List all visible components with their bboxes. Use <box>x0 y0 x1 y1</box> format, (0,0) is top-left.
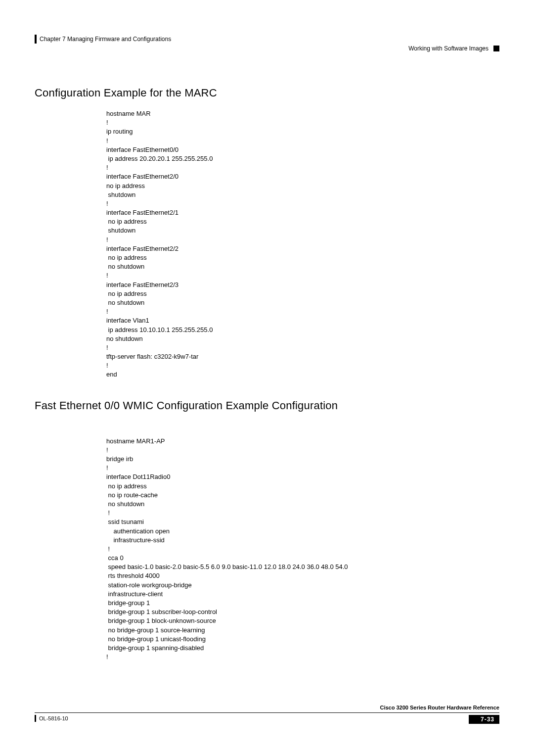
page-number: 7-33 <box>476 715 499 724</box>
footer-bar-icon <box>35 715 36 722</box>
header-bar-icon <box>35 35 37 44</box>
footer-doc-id: OL-5816-10 <box>39 715 68 721</box>
page-header: Chapter 7 Managing Firmware and Configur… <box>35 35 499 44</box>
section-heading-marc: Configuration Example for the MARC <box>35 87 499 99</box>
config-block-marc: hostname MAR ! ip routing ! interface Fa… <box>106 109 499 379</box>
chapter-label: Chapter 7 Managing Firmware and Configur… <box>40 36 171 43</box>
config-block-wmic: hostname MAR1-AP ! bridge irb ! interfac… <box>106 437 499 662</box>
footer-reference: Cisco 3200 Series Router Hardware Refere… <box>35 705 499 710</box>
page-footer: Cisco 3200 Series Router Hardware Refere… <box>35 705 499 724</box>
footer-square-icon <box>469 715 476 724</box>
section-heading-wmic: Fast Ethernet 0/0 WMIC Configuration Exa… <box>35 399 499 412</box>
main-content: Configuration Example for the MARC hostn… <box>35 87 499 662</box>
header-square-icon <box>493 46 499 51</box>
header-section-label: Working with Software Images <box>408 45 489 52</box>
